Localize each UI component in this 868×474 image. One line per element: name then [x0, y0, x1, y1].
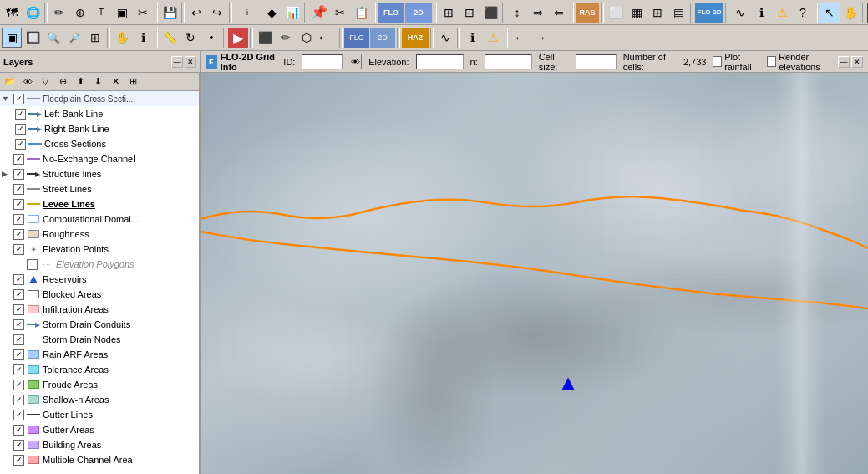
- tb-warn-btn[interactable]: ⚠: [772, 3, 792, 23]
- layer-item-gutter-areas[interactable]: ▶ Gutter Areas: [0, 422, 199, 437]
- tb-identify-btn[interactable]: i: [234, 3, 261, 23]
- tb-table3-btn[interactable]: ⊞: [647, 3, 667, 23]
- cb-right-bank[interactable]: [15, 124, 26, 135]
- tb-help-btn[interactable]: ?: [793, 3, 813, 23]
- cb-floodplain[interactable]: [13, 94, 24, 104]
- layers-tb-remove[interactable]: ✕: [107, 74, 124, 89]
- tb-grid-btn[interactable]: ⊞: [439, 3, 459, 23]
- cb-cross-sections[interactable]: [15, 139, 26, 150]
- tb-paste-btn[interactable]: 📋: [351, 3, 371, 23]
- layer-item-infiltration-areas[interactable]: ▶ Infiltration Areas: [0, 302, 199, 317]
- tb2-wave2-btn[interactable]: ∿: [435, 28, 455, 48]
- tb-move2-btn[interactable]: ✋: [840, 3, 860, 23]
- layer-item-cross-sections[interactable]: Cross Sections: [13, 136, 199, 151]
- tb2-warn2-btn[interactable]: ⚠: [483, 28, 503, 48]
- tb-pin-btn[interactable]: 📌: [309, 3, 329, 23]
- layer-item-street-lines[interactable]: ▶ Street Lines: [0, 181, 199, 196]
- tb-grid2-btn[interactable]: ⊟: [459, 3, 480, 23]
- tb-map-btn[interactable]: 🗺: [2, 3, 22, 23]
- layer-item-storm-drain-nodes[interactable]: ▶ ⋯ Storm Drain Nodes: [0, 332, 199, 347]
- layers-tb-eye[interactable]: 👁: [19, 74, 36, 89]
- flo2d-close-btn[interactable]: ✕: [851, 56, 863, 68]
- tb2-zoom-in-btn[interactable]: 🔍: [43, 28, 63, 48]
- map-area[interactable]: [201, 73, 868, 474]
- tb-text-btn[interactable]: T: [91, 3, 111, 23]
- cb-shallow-n-areas[interactable]: [13, 395, 24, 405]
- tb-flo2d-btn[interactable]: FLO: [378, 3, 404, 23]
- layer-item-left-bank[interactable]: ▶ Left Bank Line: [13, 106, 199, 121]
- tb2-pan-btn[interactable]: ✋: [112, 28, 132, 48]
- cb-structure-lines[interactable]: [13, 169, 24, 180]
- id-input[interactable]: [302, 54, 343, 69]
- cb-elevation-polygons[interactable]: [27, 259, 38, 270]
- cb-no-exchange[interactable]: [13, 154, 24, 165]
- cb-roughness[interactable]: [13, 229, 24, 240]
- layers-tb-open[interactable]: 📂: [2, 74, 18, 89]
- tb2-hand-btn[interactable]: 🔲: [23, 28, 43, 48]
- layer-item-floodplain[interactable]: ▼ Floodplain Cross Secti...: [0, 91, 199, 106]
- tb-pencil-btn[interactable]: ✏: [49, 3, 69, 23]
- expand-floodplain[interactable]: ▼: [2, 94, 12, 103]
- layer-item-levee-lines[interactable]: ▶ Levee Lines: [0, 196, 199, 212]
- tb-ras-btn[interactable]: RAS: [576, 3, 599, 23]
- layers-tb-up[interactable]: ⬆: [72, 74, 89, 89]
- tb-flo2d-logo[interactable]: FLO-2D: [695, 3, 723, 23]
- tb-cursor-btn[interactable]: ↖: [820, 3, 840, 23]
- layer-item-shallow-n-areas[interactable]: ▶ Shallow-n Areas: [0, 392, 199, 407]
- layer-item-building-areas[interactable]: ▶ Building Areas: [0, 437, 199, 452]
- layer-item-storm-drain-conduits[interactable]: ▶ ▶ Storm Drain Conduits: [0, 317, 199, 332]
- layers-tb-filter[interactable]: ▽: [37, 74, 53, 89]
- tb-table-btn[interactable]: ⬜: [606, 3, 626, 23]
- cb-multiple-channel[interactable]: [13, 455, 24, 466]
- flo2d-minimize-btn[interactable]: —: [838, 56, 850, 68]
- cb-storm-drain-nodes[interactable]: [13, 334, 24, 345]
- tb2-line-btn[interactable]: ⟵: [317, 28, 338, 48]
- tb-move-btn[interactable]: ↕: [507, 3, 527, 23]
- tb2-rotate-btn[interactable]: ↻: [180, 28, 201, 48]
- cb-reservoirs[interactable]: [13, 274, 24, 285]
- tb2-haz-btn[interactable]: HAZ: [402, 28, 429, 48]
- tb2-point-btn[interactable]: •: [201, 28, 221, 48]
- layers-minimize-btn[interactable]: —: [171, 56, 183, 68]
- tb2-run-btn[interactable]: ▶: [228, 28, 248, 48]
- render-elevations-checkbox[interactable]: [767, 56, 776, 67]
- layer-item-reservoirs[interactable]: ▶ Reservoirs: [0, 272, 199, 287]
- tb-undo-btn[interactable]: ↩: [186, 3, 206, 23]
- cb-comp-domain[interactable]: [13, 214, 24, 225]
- tb-shape-btn[interactable]: ⬛: [480, 3, 500, 23]
- tb2-identify-btn[interactable]: ℹ: [133, 28, 153, 48]
- tb-table4-btn[interactable]: ▤: [668, 3, 688, 23]
- layer-item-right-bank[interactable]: ▶ Right Bank Line: [13, 121, 199, 136]
- tb-info-btn[interactable]: ℹ: [751, 3, 771, 23]
- layers-close-btn[interactable]: ✕: [185, 56, 196, 68]
- tb-select-btn[interactable]: ▣: [112, 3, 132, 23]
- tb2-nav1-btn[interactable]: ←: [510, 28, 530, 48]
- tb-flow-btn[interactable]: ⇒: [528, 3, 548, 23]
- layers-tb-expand[interactable]: ⊞: [124, 74, 141, 89]
- tb-cut-btn[interactable]: ✂: [330, 3, 350, 23]
- n-input[interactable]: [485, 54, 532, 69]
- cb-gutter-areas[interactable]: [13, 425, 24, 436]
- cb-building-areas[interactable]: [13, 440, 24, 451]
- tb-node-btn[interactable]: ⊕: [70, 3, 90, 23]
- tb2-flo2d-btn[interactable]: FLO: [344, 28, 369, 48]
- tb2-draw-btn[interactable]: ✏: [276, 28, 296, 48]
- cb-levee-lines[interactable]: [13, 199, 24, 210]
- cb-infiltration-areas[interactable]: [13, 304, 24, 315]
- cb-tolerance-areas[interactable]: [13, 364, 24, 375]
- tb2-2d-btn[interactable]: 2D: [370, 28, 395, 48]
- plot-rainfall-checkbox[interactable]: [713, 56, 722, 67]
- tb2-extent-btn[interactable]: ⊞: [85, 28, 105, 48]
- cb-rain-arf-areas[interactable]: [13, 349, 24, 360]
- tb2-select-btn[interactable]: ▣: [2, 28, 22, 48]
- cb-left-bank[interactable]: [15, 109, 26, 120]
- layer-item-comp-domain[interactable]: ▶ Computational Domai...: [0, 212, 199, 227]
- layer-item-roughness[interactable]: ▶ Roughness: [0, 227, 199, 242]
- eye-icon[interactable]: 👁: [349, 54, 362, 69]
- tb-chart-btn[interactable]: 📊: [282, 3, 302, 23]
- layer-item-gutter-lines[interactable]: ▶ Gutter Lines: [0, 407, 199, 422]
- tb-wave-btn[interactable]: ∿: [730, 3, 750, 23]
- layer-item-multiple-channel[interactable]: ▶ Multiple Channel Area: [0, 452, 199, 467]
- tb-table2-btn[interactable]: ▦: [627, 3, 647, 23]
- cb-blocked-areas[interactable]: [13, 289, 24, 300]
